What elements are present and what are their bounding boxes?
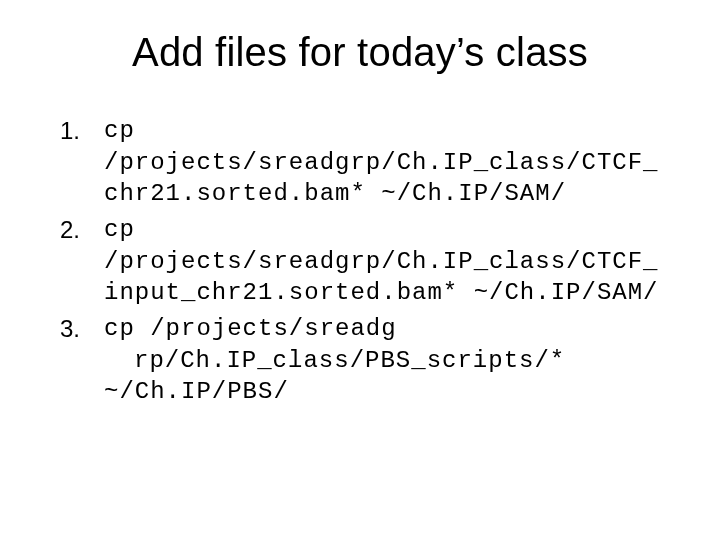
list-item: 3. cp /projects/sreadg rp/Ch.IP_class/PB… — [60, 313, 660, 408]
list-marker: 1. — [60, 115, 104, 147]
command-text: cp /projects/sreadgrp/Ch.IP_class/CTCF_ … — [104, 115, 660, 210]
list-marker: 3. — [60, 313, 104, 345]
list-item: 2. cp /projects/sreadgrp/Ch.IP_class/CTC… — [60, 214, 660, 309]
list-item: 1. cp /projects/sreadgrp/Ch.IP_class/CTC… — [60, 115, 660, 210]
slide: Add files for today’s class 1. cp /proje… — [0, 0, 720, 540]
command-text: cp /projects/sreadg rp/Ch.IP_class/PBS_s… — [104, 313, 660, 408]
command-text: cp /projects/sreadgrp/Ch.IP_class/CTCF_ … — [104, 214, 660, 309]
command-list: 1. cp /projects/sreadgrp/Ch.IP_class/CTC… — [40, 115, 680, 408]
page-title: Add files for today’s class — [40, 30, 680, 75]
list-marker: 2. — [60, 214, 104, 246]
